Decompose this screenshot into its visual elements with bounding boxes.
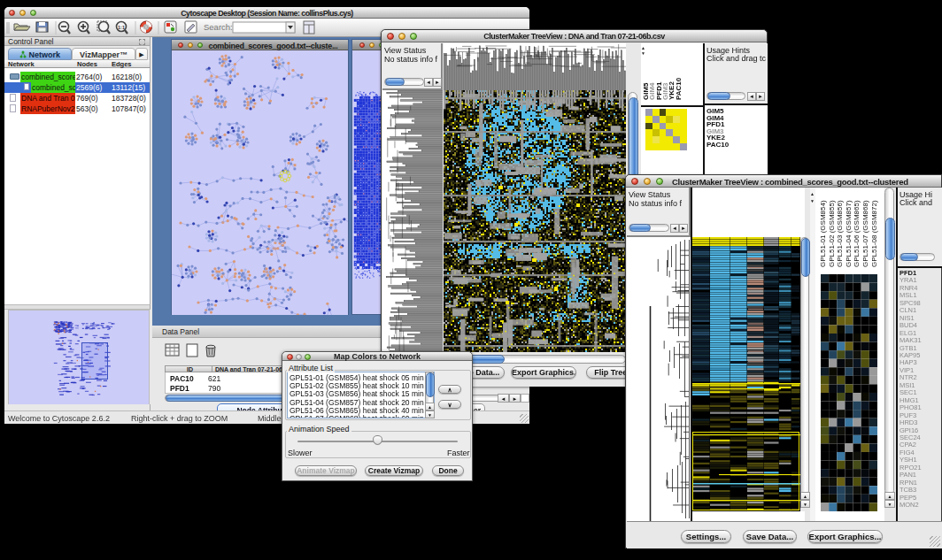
svg-text:Search:: Search: bbox=[204, 22, 233, 32]
svg-text:1:1: 1:1 bbox=[118, 25, 125, 30]
